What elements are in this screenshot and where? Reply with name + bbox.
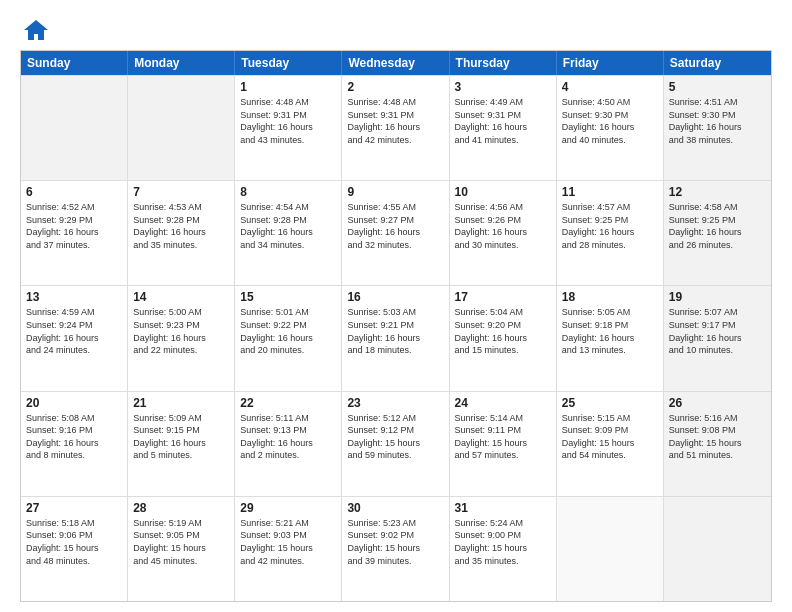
day-cell-21: 21Sunrise: 5:09 AM Sunset: 9:15 PM Dayli… xyxy=(128,392,235,496)
day-cell-6: 6Sunrise: 4:52 AM Sunset: 9:29 PM Daylig… xyxy=(21,181,128,285)
weekday-header-sunday: Sunday xyxy=(21,51,128,75)
weekday-header-friday: Friday xyxy=(557,51,664,75)
calendar-row-0: 1Sunrise: 4:48 AM Sunset: 9:31 PM Daylig… xyxy=(21,75,771,180)
day-cell-11: 11Sunrise: 4:57 AM Sunset: 9:25 PM Dayli… xyxy=(557,181,664,285)
day-info-7: Sunrise: 4:53 AM Sunset: 9:28 PM Dayligh… xyxy=(133,201,229,251)
day-cell-28: 28Sunrise: 5:19 AM Sunset: 9:05 PM Dayli… xyxy=(128,497,235,601)
day-cell-8: 8Sunrise: 4:54 AM Sunset: 9:28 PM Daylig… xyxy=(235,181,342,285)
day-cell-13: 13Sunrise: 4:59 AM Sunset: 9:24 PM Dayli… xyxy=(21,286,128,390)
day-cell-18: 18Sunrise: 5:05 AM Sunset: 9:18 PM Dayli… xyxy=(557,286,664,390)
day-info-4: Sunrise: 4:50 AM Sunset: 9:30 PM Dayligh… xyxy=(562,96,658,146)
day-cell-9: 9Sunrise: 4:55 AM Sunset: 9:27 PM Daylig… xyxy=(342,181,449,285)
calendar-body: 1Sunrise: 4:48 AM Sunset: 9:31 PM Daylig… xyxy=(21,75,771,601)
day-cell-17: 17Sunrise: 5:04 AM Sunset: 9:20 PM Dayli… xyxy=(450,286,557,390)
day-info-16: Sunrise: 5:03 AM Sunset: 9:21 PM Dayligh… xyxy=(347,306,443,356)
day-number-22: 22 xyxy=(240,396,336,410)
day-number-30: 30 xyxy=(347,501,443,515)
day-cell-26: 26Sunrise: 5:16 AM Sunset: 9:08 PM Dayli… xyxy=(664,392,771,496)
day-cell-25: 25Sunrise: 5:15 AM Sunset: 9:09 PM Dayli… xyxy=(557,392,664,496)
calendar-row-1: 6Sunrise: 4:52 AM Sunset: 9:29 PM Daylig… xyxy=(21,180,771,285)
day-number-5: 5 xyxy=(669,80,766,94)
day-info-18: Sunrise: 5:05 AM Sunset: 9:18 PM Dayligh… xyxy=(562,306,658,356)
day-number-17: 17 xyxy=(455,290,551,304)
day-number-12: 12 xyxy=(669,185,766,199)
day-number-27: 27 xyxy=(26,501,122,515)
day-info-26: Sunrise: 5:16 AM Sunset: 9:08 PM Dayligh… xyxy=(669,412,766,462)
calendar-row-3: 20Sunrise: 5:08 AM Sunset: 9:16 PM Dayli… xyxy=(21,391,771,496)
weekday-header-tuesday: Tuesday xyxy=(235,51,342,75)
day-info-17: Sunrise: 5:04 AM Sunset: 9:20 PM Dayligh… xyxy=(455,306,551,356)
day-info-21: Sunrise: 5:09 AM Sunset: 9:15 PM Dayligh… xyxy=(133,412,229,462)
day-cell-2: 2Sunrise: 4:48 AM Sunset: 9:31 PM Daylig… xyxy=(342,76,449,180)
logo-icon xyxy=(22,16,50,44)
day-number-19: 19 xyxy=(669,290,766,304)
day-cell-12: 12Sunrise: 4:58 AM Sunset: 9:25 PM Dayli… xyxy=(664,181,771,285)
calendar: SundayMondayTuesdayWednesdayThursdayFrid… xyxy=(20,50,772,602)
day-info-28: Sunrise: 5:19 AM Sunset: 9:05 PM Dayligh… xyxy=(133,517,229,567)
day-info-31: Sunrise: 5:24 AM Sunset: 9:00 PM Dayligh… xyxy=(455,517,551,567)
day-info-15: Sunrise: 5:01 AM Sunset: 9:22 PM Dayligh… xyxy=(240,306,336,356)
day-number-9: 9 xyxy=(347,185,443,199)
calendar-header: SundayMondayTuesdayWednesdayThursdayFrid… xyxy=(21,51,771,75)
day-info-30: Sunrise: 5:23 AM Sunset: 9:02 PM Dayligh… xyxy=(347,517,443,567)
day-number-24: 24 xyxy=(455,396,551,410)
day-info-12: Sunrise: 4:58 AM Sunset: 9:25 PM Dayligh… xyxy=(669,201,766,251)
day-cell-20: 20Sunrise: 5:08 AM Sunset: 9:16 PM Dayli… xyxy=(21,392,128,496)
day-number-16: 16 xyxy=(347,290,443,304)
day-info-11: Sunrise: 4:57 AM Sunset: 9:25 PM Dayligh… xyxy=(562,201,658,251)
day-number-8: 8 xyxy=(240,185,336,199)
day-info-20: Sunrise: 5:08 AM Sunset: 9:16 PM Dayligh… xyxy=(26,412,122,462)
empty-cell-4-6 xyxy=(664,497,771,601)
day-cell-29: 29Sunrise: 5:21 AM Sunset: 9:03 PM Dayli… xyxy=(235,497,342,601)
day-cell-3: 3Sunrise: 4:49 AM Sunset: 9:31 PM Daylig… xyxy=(450,76,557,180)
day-info-6: Sunrise: 4:52 AM Sunset: 9:29 PM Dayligh… xyxy=(26,201,122,251)
day-cell-16: 16Sunrise: 5:03 AM Sunset: 9:21 PM Dayli… xyxy=(342,286,449,390)
day-cell-4: 4Sunrise: 4:50 AM Sunset: 9:30 PM Daylig… xyxy=(557,76,664,180)
day-cell-27: 27Sunrise: 5:18 AM Sunset: 9:06 PM Dayli… xyxy=(21,497,128,601)
day-number-7: 7 xyxy=(133,185,229,199)
day-cell-30: 30Sunrise: 5:23 AM Sunset: 9:02 PM Dayli… xyxy=(342,497,449,601)
day-cell-1: 1Sunrise: 4:48 AM Sunset: 9:31 PM Daylig… xyxy=(235,76,342,180)
day-info-14: Sunrise: 5:00 AM Sunset: 9:23 PM Dayligh… xyxy=(133,306,229,356)
day-number-13: 13 xyxy=(26,290,122,304)
weekday-header-monday: Monday xyxy=(128,51,235,75)
day-info-1: Sunrise: 4:48 AM Sunset: 9:31 PM Dayligh… xyxy=(240,96,336,146)
day-info-9: Sunrise: 4:55 AM Sunset: 9:27 PM Dayligh… xyxy=(347,201,443,251)
empty-cell-0-0 xyxy=(21,76,128,180)
day-number-1: 1 xyxy=(240,80,336,94)
calendar-row-4: 27Sunrise: 5:18 AM Sunset: 9:06 PM Dayli… xyxy=(21,496,771,601)
day-info-2: Sunrise: 4:48 AM Sunset: 9:31 PM Dayligh… xyxy=(347,96,443,146)
day-cell-23: 23Sunrise: 5:12 AM Sunset: 9:12 PM Dayli… xyxy=(342,392,449,496)
day-info-5: Sunrise: 4:51 AM Sunset: 9:30 PM Dayligh… xyxy=(669,96,766,146)
day-info-23: Sunrise: 5:12 AM Sunset: 9:12 PM Dayligh… xyxy=(347,412,443,462)
day-number-28: 28 xyxy=(133,501,229,515)
header xyxy=(20,16,772,40)
day-info-29: Sunrise: 5:21 AM Sunset: 9:03 PM Dayligh… xyxy=(240,517,336,567)
day-cell-22: 22Sunrise: 5:11 AM Sunset: 9:13 PM Dayli… xyxy=(235,392,342,496)
day-number-15: 15 xyxy=(240,290,336,304)
weekday-header-thursday: Thursday xyxy=(450,51,557,75)
day-number-25: 25 xyxy=(562,396,658,410)
day-number-18: 18 xyxy=(562,290,658,304)
day-cell-31: 31Sunrise: 5:24 AM Sunset: 9:00 PM Dayli… xyxy=(450,497,557,601)
day-info-10: Sunrise: 4:56 AM Sunset: 9:26 PM Dayligh… xyxy=(455,201,551,251)
day-cell-15: 15Sunrise: 5:01 AM Sunset: 9:22 PM Dayli… xyxy=(235,286,342,390)
day-number-20: 20 xyxy=(26,396,122,410)
day-cell-7: 7Sunrise: 4:53 AM Sunset: 9:28 PM Daylig… xyxy=(128,181,235,285)
day-cell-19: 19Sunrise: 5:07 AM Sunset: 9:17 PM Dayli… xyxy=(664,286,771,390)
day-info-22: Sunrise: 5:11 AM Sunset: 9:13 PM Dayligh… xyxy=(240,412,336,462)
day-cell-14: 14Sunrise: 5:00 AM Sunset: 9:23 PM Dayli… xyxy=(128,286,235,390)
day-info-25: Sunrise: 5:15 AM Sunset: 9:09 PM Dayligh… xyxy=(562,412,658,462)
logo xyxy=(20,16,50,40)
day-number-4: 4 xyxy=(562,80,658,94)
day-number-23: 23 xyxy=(347,396,443,410)
page: SundayMondayTuesdayWednesdayThursdayFrid… xyxy=(0,0,792,612)
empty-cell-0-1 xyxy=(128,76,235,180)
day-info-3: Sunrise: 4:49 AM Sunset: 9:31 PM Dayligh… xyxy=(455,96,551,146)
day-number-21: 21 xyxy=(133,396,229,410)
day-info-27: Sunrise: 5:18 AM Sunset: 9:06 PM Dayligh… xyxy=(26,517,122,567)
day-number-6: 6 xyxy=(26,185,122,199)
day-info-24: Sunrise: 5:14 AM Sunset: 9:11 PM Dayligh… xyxy=(455,412,551,462)
day-info-8: Sunrise: 4:54 AM Sunset: 9:28 PM Dayligh… xyxy=(240,201,336,251)
day-cell-24: 24Sunrise: 5:14 AM Sunset: 9:11 PM Dayli… xyxy=(450,392,557,496)
